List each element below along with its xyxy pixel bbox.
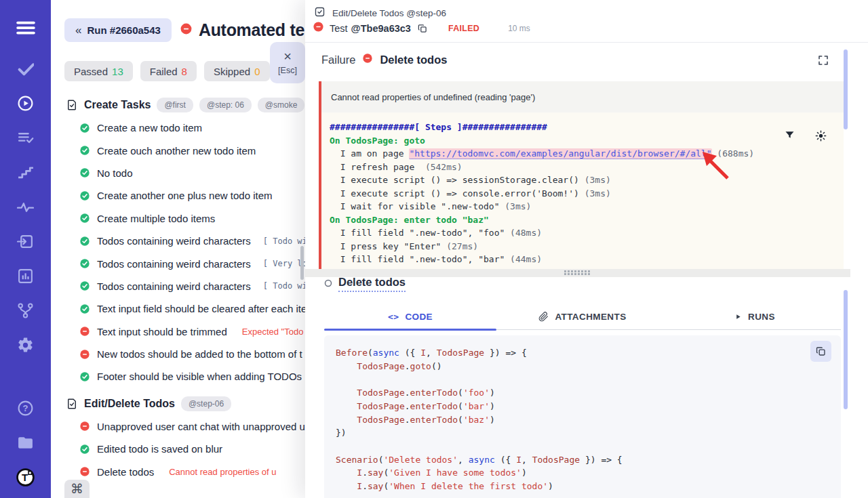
status-passed-icon <box>79 167 90 178</box>
filter-count: 13 <box>112 66 123 77</box>
menu-icon[interactable] <box>14 16 37 39</box>
suite-row[interactable]: Create Tasks@first@step: 06@smoke@sto <box>66 95 305 115</box>
play-small-icon <box>734 313 742 320</box>
test-row[interactable]: Text input should be trimmedExpected "To… <box>51 320 305 343</box>
status-failed-icon <box>79 349 90 360</box>
tab-code[interactable]: <>CODE <box>324 304 496 329</box>
code-tag-icon: <> <box>388 312 399 322</box>
app-window: ?T « Run #2660a543 Automated te Passed13… <box>0 0 868 498</box>
step-line: I refresh page (542ms) <box>330 161 844 174</box>
tab-attachments[interactable]: ATTACHMENTS <box>496 304 669 329</box>
steps-scrollbar[interactable] <box>844 49 848 129</box>
copy-code-button[interactable] <box>810 341 831 362</box>
page-title: Automated te <box>199 20 304 40</box>
test-name: Footer should be visible when adding TOD… <box>97 371 302 382</box>
playlist-check-icon[interactable] <box>14 126 37 149</box>
filter-failed[interactable]: Failed8 <box>140 61 197 81</box>
test-row[interactable]: Edited todo is saved on blur <box>51 438 305 460</box>
step-line: I execute script () => console.error('Bo… <box>330 187 844 201</box>
detail-header: Edit/Delete Todos @step-06 Test @Tbe9a63… <box>305 0 868 43</box>
run-back-button[interactable]: « Run #2660a543 <box>64 18 172 42</box>
code-line <box>336 440 841 453</box>
filter-label: Skipped <box>214 66 250 77</box>
filter-skipped[interactable]: Skipped0 <box>204 61 270 81</box>
filter-passed[interactable]: Passed13 <box>64 61 133 81</box>
step-line: I press key "Enter" (27ms) <box>330 240 844 253</box>
logo-t-icon[interactable]: T <box>14 465 37 489</box>
step-line: I am on page "https://todomvc.com/exampl… <box>330 147 844 161</box>
stairs-icon[interactable] <box>14 161 37 184</box>
test-row[interactable]: No todo <box>51 162 305 184</box>
filter-icon[interactable] <box>784 129 795 145</box>
test-row[interactable]: Todos containing weird characters[ Very … <box>51 252 305 274</box>
suite-doc-icon <box>66 398 78 410</box>
test-row[interactable]: Create ouch another new todo item <box>51 139 305 161</box>
step-url-link[interactable]: "https://todomvc.com/examples/angular/di… <box>409 148 711 159</box>
folder-icon[interactable] <box>14 431 37 454</box>
step-line: I fill field ".new-todo", "foo" (48ms) <box>330 226 844 240</box>
paperclip-icon <box>538 312 549 322</box>
tab-runs[interactable]: RUNS <box>669 304 841 329</box>
test-data-note: [ Todo wit <box>263 236 305 246</box>
esc-hint: [Esc] <box>278 66 297 75</box>
run-failed-icon <box>180 22 193 38</box>
status-passed-icon <box>79 371 90 382</box>
left-panel-scrollbar[interactable] <box>300 246 304 280</box>
status-failed-icon <box>79 466 90 477</box>
gear-icon[interactable] <box>14 333 37 356</box>
test-data-note: [ Todo wit <box>263 281 305 291</box>
bar-chart-icon[interactable] <box>14 264 37 287</box>
play-circle-icon[interactable] <box>14 91 37 115</box>
test-name: Todos containing weird characters <box>97 235 251 247</box>
brightness-icon[interactable] <box>814 129 827 145</box>
tag-chip: @first <box>157 98 193 112</box>
status-passed-icon <box>79 281 90 291</box>
tag-chip: @step: 06 <box>199 98 252 112</box>
test-name: Create another one plus new todo item <box>97 190 273 201</box>
test-row[interactable]: Text input field should be cleared after… <box>51 297 305 320</box>
activity-icon[interactable] <box>14 195 37 218</box>
app-sidebar: ?T <box>0 0 51 498</box>
test-name: Todos containing weird characters <box>97 258 251 270</box>
fullscreen-icon[interactable] <box>817 54 829 68</box>
test-row[interactable]: Create a new todo item <box>51 117 305 139</box>
step-line: On TodosPage: goto <box>330 134 844 148</box>
svg-text:T: T <box>22 472 28 483</box>
result-filters: Passed13Failed8Skipped0 <box>64 61 270 81</box>
test-row[interactable]: Create another one plus new todo item <box>51 184 305 207</box>
copy-test-id-button[interactable] <box>417 23 428 34</box>
duration-label: 10 ms <box>508 24 530 33</box>
test-row[interactable]: Todos containing weird characters[ Todo … <box>51 275 305 297</box>
test-row[interactable]: New todos should be added to the bottom … <box>51 343 305 365</box>
status-badge: FAILED <box>448 24 479 33</box>
tab-label: CODE <box>405 312 433 322</box>
scenario-title[interactable]: Delete todos <box>338 276 406 292</box>
test-row[interactable]: Footer should be visible when adding TOD… <box>51 365 305 388</box>
suite-row[interactable]: Edit/Delete Todos@step-06 <box>66 394 305 414</box>
code-panel: Before(async ({ I, TodosPage }) => { Tod… <box>324 335 841 498</box>
status-passed-icon <box>79 236 90 247</box>
detail-tabs: <>CODEATTACHMENTSRUNS <box>324 304 841 330</box>
close-icon: × <box>283 51 292 62</box>
steps-log[interactable]: ################[ Steps ]###############… <box>319 112 844 269</box>
test-row[interactable]: Todos containing weird characters[ Todo … <box>51 230 305 252</box>
error-message: Cannot read properties of undefined (rea… <box>331 92 535 102</box>
test-row[interactable]: Unapproved user cant chat with unapprove… <box>51 415 305 438</box>
test-row[interactable]: Delete todosCannot read properties of u <box>51 460 305 482</box>
close-drawer-button[interactable]: × [Esc] <box>270 42 305 83</box>
tab-label: RUNS <box>748 312 775 322</box>
filter-label: Passed <box>74 66 108 77</box>
step-line: I wait for visible ".new-todo" (3ms) <box>330 200 844 213</box>
breadcrumb-label: Edit/Delete Todos @step-06 <box>332 8 446 18</box>
test-row[interactable]: Create multiple todo items <box>51 207 305 230</box>
help-circle-icon[interactable]: ? <box>14 396 37 419</box>
check-icon[interactable] <box>14 57 37 80</box>
test-error-note: Cannot read properties of u <box>169 467 276 477</box>
breadcrumb[interactable]: Edit/Delete Todos @step-06 <box>314 6 446 20</box>
detail-scrollbar[interactable] <box>844 290 848 409</box>
command-palette-button[interactable]: ⌘ <box>64 480 90 498</box>
code-line: Before(async ({ I, TodosPage }) => { <box>336 346 841 360</box>
filter-count: 8 <box>182 66 187 77</box>
login-icon[interactable] <box>14 230 37 253</box>
git-branch-icon[interactable] <box>14 299 37 322</box>
